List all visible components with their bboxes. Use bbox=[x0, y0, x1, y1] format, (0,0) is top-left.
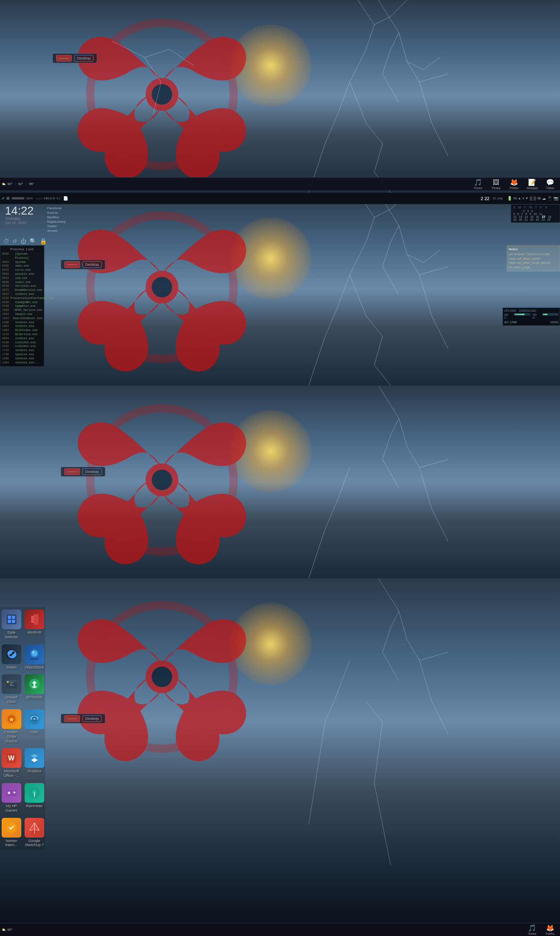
check-icon: ✔ bbox=[2, 196, 5, 201]
taskbar-trillian[interactable]: 💬 Trillian bbox=[542, 178, 558, 190]
proc-row-17: 1984svchost.exe bbox=[2, 324, 42, 329]
panel1-btn1[interactable]: -------- bbox=[56, 55, 72, 62]
icon-steam[interactable]: Steam bbox=[0, 642, 23, 672]
sysinfo-widget: UPLOAD DOWNLOAD HD C: HD D: AC LINE 100% bbox=[503, 308, 560, 326]
icon-objectdock[interactable]: ObjectDock bbox=[23, 642, 46, 672]
notes-content: get windows 7 burned on to disk make sur… bbox=[509, 252, 558, 269]
link-facebook[interactable]: Facebook bbox=[47, 206, 66, 210]
svg-rect-31 bbox=[7, 681, 9, 683]
icon-winrar[interactable]: WinRAR bbox=[23, 607, 46, 642]
panel3-btn1[interactable]: -------- bbox=[64, 468, 80, 475]
icon-bittorrent[interactable]: BitTorrent bbox=[23, 672, 46, 707]
link-twitter[interactable]: Twitter bbox=[47, 224, 66, 228]
calendar-widget: S M T W T F S 234 5678 91011 12131415 16… bbox=[511, 204, 560, 223]
picasa-icon: 🖼 bbox=[493, 179, 499, 186]
taskbar-notepad[interactable]: 📝 Notepad bbox=[524, 178, 540, 190]
desktop-bar-4: -------- Desktop bbox=[61, 714, 105, 724]
svg-rect-19 bbox=[8, 620, 11, 623]
desktop-panel-2: -------- Desktop ✔ ⚙ 62% —— 140.4 G 5.0 … bbox=[0, 193, 560, 386]
cal-row-1: 234 bbox=[513, 210, 558, 212]
desktop-bar-3: -------- Desktop bbox=[61, 467, 105, 477]
icon-row-4: Counter-Strike Source Halo bbox=[0, 707, 45, 746]
icon-microsoft-office[interactable]: W Microsoft Office - ... bbox=[0, 746, 23, 781]
proc-row-13: 3988HPHC_Service.exe bbox=[2, 308, 42, 313]
panel2-btn2[interactable]: Desktop bbox=[82, 261, 102, 268]
link-kaskus[interactable]: Kasku̇s bbox=[47, 210, 66, 215]
unused-icons-label: unused icons bbox=[2, 695, 21, 704]
wifi-icon: ((·)) bbox=[530, 196, 536, 201]
panel4-btn2[interactable]: Desktop bbox=[82, 715, 102, 722]
picasa-label: Picasa bbox=[492, 187, 500, 189]
bottom-itunes[interactable]: 🎵 iTunes bbox=[524, 923, 540, 936]
icon-row-7: Norton Intern... Google SketchUp 7 bbox=[0, 815, 45, 850]
bottom-firefox[interactable]: 🦊 Firefox bbox=[542, 923, 558, 936]
icon-norton-internet[interactable]: Norton Intern... bbox=[0, 815, 23, 850]
microsoft-office-icon: W bbox=[2, 748, 21, 768]
icon-row-1: Style Selector WinRAR bbox=[0, 607, 45, 642]
halo-icon bbox=[25, 709, 44, 729]
temp-sep1: · bbox=[15, 182, 16, 186]
topbar-spacer1: —— bbox=[36, 196, 42, 200]
topbar-2: ✔ ⚙ 62% —— 140.4 G 5.0 📄 2 22 15 July 🔋 … bbox=[0, 193, 560, 204]
svg-rect-23 bbox=[31, 616, 34, 623]
proc-row-5: 0652lsm.exe bbox=[2, 276, 42, 281]
microsoft-office-label: Microsoft Office - ... bbox=[2, 769, 21, 778]
icon-style-selector[interactable]: Style Selector bbox=[0, 607, 23, 642]
clock-date: Jun 15, 2015 bbox=[5, 221, 34, 225]
notes-title: Notes bbox=[509, 247, 558, 251]
icon-my-hp-games[interactable]: My HP Games bbox=[0, 781, 23, 815]
icon-unused-icons[interactable]: unused icons bbox=[0, 672, 23, 707]
clock-day: Thursday bbox=[5, 217, 34, 221]
note-1: get windows 7 burned on to disk bbox=[509, 252, 558, 257]
taskbar: ⛅ 90° · 92° · 95° 🎵 iTunes 🖼 Picasa 🦊 Fi… bbox=[0, 177, 560, 190]
taskbar-firefox[interactable]: 🦊 Firefox bbox=[506, 178, 522, 190]
icon-google-sketchup[interactable]: Google SketchUp 7 bbox=[23, 815, 46, 850]
proc-row-22: 3332ccSvcHst.exe bbox=[2, 345, 42, 349]
taskbar-itunes[interactable]: 🎵 iTunes bbox=[470, 178, 486, 190]
icon-counter-strike[interactable]: Counter-Strike Source bbox=[0, 707, 23, 746]
icon-dropbox[interactable]: Dropbox bbox=[23, 746, 46, 781]
icon-rainmeter[interactable]: Rainmeter bbox=[23, 781, 46, 815]
svg-point-11 bbox=[152, 470, 172, 490]
link-rapidlibrary[interactable]: RapidLibrary bbox=[47, 219, 66, 224]
upload-label: UPLOAD bbox=[504, 309, 516, 312]
icon-row-2: Steam ObjectDock bbox=[0, 642, 45, 672]
weather-icon: ⛅ bbox=[2, 182, 6, 186]
refresh-icon[interactable]: ↺ bbox=[12, 238, 17, 244]
notepad-icon: 📝 bbox=[528, 178, 536, 186]
style-selector-label: Style Selector bbox=[2, 630, 21, 639]
panel2-btn1[interactable]: -------- bbox=[64, 261, 80, 268]
proc-row-11: 0336Com4QLBEx.exe bbox=[2, 301, 42, 305]
icon-halo[interactable]: Halo bbox=[23, 707, 46, 746]
counter-strike-label: Counter-Strike Source bbox=[2, 730, 21, 743]
lock-icon[interactable]: 🔒 bbox=[40, 238, 47, 244]
note-3: make surf_urban_jungle (derust) bbox=[509, 261, 558, 265]
launch-links: Facebook Kasku̇s Mp3Boo RapidLibrary Twi… bbox=[47, 206, 66, 233]
panel1-btn2[interactable]: Desktop bbox=[74, 55, 93, 62]
icon-row-6: My HP Games Rainmeter bbox=[0, 781, 45, 815]
drive-d-bar bbox=[542, 313, 558, 315]
halo-label: Halo bbox=[31, 730, 39, 735]
trillian-icon: 💬 bbox=[546, 178, 554, 186]
power-icon[interactable]: ⏻ bbox=[20, 238, 26, 244]
bittorrent-icon bbox=[25, 674, 44, 694]
proc-row-2: 0456smss.exe bbox=[2, 264, 42, 268]
notes-widget: Notes get windows 7 burned on to disk ma… bbox=[507, 245, 560, 272]
clock-icon[interactable]: ⏱ bbox=[3, 238, 9, 244]
google-sketchup-icon bbox=[25, 818, 44, 838]
itunes-icon: 🎵 bbox=[474, 178, 482, 186]
search-icon[interactable]: 🔍 bbox=[30, 238, 36, 244]
link-deviant[interactable]: deviant bbox=[47, 228, 66, 233]
taskbar-picasa[interactable]: 🖼 Picasa bbox=[488, 178, 504, 190]
temp1: 90° bbox=[7, 182, 12, 186]
proc-row-0: 0000[System Process] bbox=[2, 252, 42, 260]
panel3-btn2[interactable]: Desktop bbox=[82, 468, 102, 475]
mail-icon: ✉ bbox=[537, 196, 541, 201]
norton-internet-icon bbox=[2, 818, 21, 838]
cal-row-2: 5678 91011 bbox=[513, 212, 558, 215]
icon-row-5: W Microsoft Office - ... Dropbox bbox=[0, 746, 45, 781]
link-mp3boo[interactable]: Mp3Boo bbox=[47, 215, 66, 219]
battery-icon: 🔋 bbox=[507, 196, 512, 201]
cal-f: F bbox=[540, 206, 542, 209]
panel4-btn1[interactable]: -------- bbox=[64, 715, 80, 722]
